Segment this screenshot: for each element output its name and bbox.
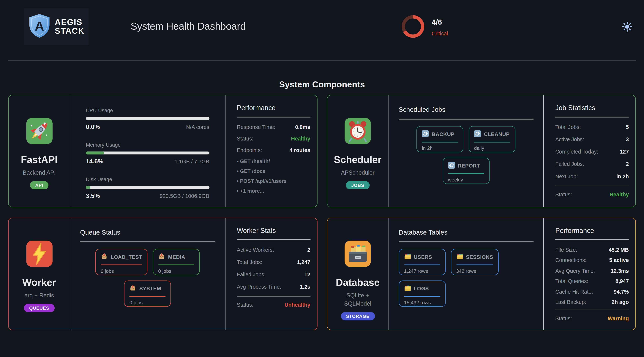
component-subtitle: arq + Redis (24, 291, 54, 300)
app-header: A AEGIS STACK System Health Dashboard 4/… (0, 0, 644, 60)
status-row: Status: Unhealthy (237, 302, 310, 308)
panel-row: Total Queries: 8,947 (555, 278, 629, 284)
section-heading: Database Tables (398, 229, 534, 236)
header-divider (8, 60, 636, 60)
component-card-fastapi: FastAPI Backend API API CPU Usage 0.0% N… (8, 95, 317, 208)
cpu-progressbar (86, 117, 209, 120)
fastapi-usage-section: CPU Usage 0.0% N/A cores Memory Usage (70, 95, 225, 208)
table-rows-count: 342 rows (456, 268, 493, 274)
queue-tile-system: SYSTEM 0 jobs (124, 280, 171, 306)
panel-row: Response Time: 0.0ms (237, 124, 310, 130)
sync-icon (474, 130, 481, 139)
usage-detail: 920.5GB / 1006.9GB (160, 193, 209, 199)
endpoint-list: • GET /health/ • GET /docs • POST /api/v… (237, 158, 310, 194)
queue-status-section: Queue Status (70, 218, 225, 330)
component-subtitle: Backend API (23, 168, 56, 177)
component-badge: QUEUES (24, 304, 54, 312)
worker-stats-panel: Worker Stats Active Workers: 2 Total Job… (225, 218, 317, 330)
component-name: Worker (22, 277, 56, 288)
job-name: REPORT (458, 163, 480, 169)
component-card-database: Database SQLite + SQLModel STORAGE Datab… (327, 218, 636, 330)
queue-tile-media: MEDIA 0 jobs (153, 249, 200, 275)
alarm-clock-icon (344, 118, 371, 144)
table-name: SESSIONS (466, 254, 493, 260)
page-title: System Health Dashboard (131, 20, 246, 32)
usage-value: 14.6% (86, 158, 104, 164)
queue-name: SYSTEM (140, 286, 161, 292)
health-donut-chart (402, 15, 424, 38)
job-schedule: daily (474, 145, 510, 151)
table-tile-logs: LOGS 15,432 rows (398, 280, 445, 306)
lightning-icon (26, 241, 52, 267)
rocket-icon (26, 118, 52, 144)
disk-usage: Disk Usage 3.5% 920.5GB / 1006.9GB (86, 177, 209, 199)
usage-detail: N/A cores (186, 124, 209, 130)
panel-row: Last Backup: 2h ago (555, 299, 629, 305)
usage-detail: 1.1GB / 7.7GB (174, 158, 209, 165)
job-schedule: weekly (448, 177, 484, 183)
shield-logo-icon: A (28, 13, 51, 40)
queue-jobs-count: 0 jobs (130, 300, 166, 306)
panel-title: Job Statistics (555, 104, 629, 112)
panel-title: Performance (237, 104, 310, 112)
sync-icon (422, 130, 429, 139)
panel-row: Connections: 5 active (555, 257, 629, 263)
inbox-icon (130, 284, 136, 293)
section-heading: Scheduled Jobs (398, 106, 534, 114)
inbox-icon (101, 253, 108, 262)
disk-progressbar (86, 186, 209, 189)
health-summary: 4/6 Critical (402, 15, 448, 38)
table-rows-count: 15,432 rows (404, 300, 440, 306)
table-tile-sessions: SESSIONS 342 rows (451, 249, 498, 275)
panel-row: Active Workers: 2 (237, 247, 310, 253)
job-tile-cleanup: CLEANUP daily (469, 126, 516, 152)
status-badge: Warning (608, 316, 629, 322)
section-heading: Queue Status (80, 229, 215, 236)
panel-row: Next Job: in 2h (555, 173, 629, 179)
job-tile-backup: BACKUP in 2h (416, 126, 463, 152)
scheduler-identity: Scheduler APScheduler JOBS (327, 95, 389, 207)
usage-label: Disk Usage (86, 177, 209, 182)
table-rows-count: 1,247 rows (404, 268, 440, 274)
queue-name: MEDIA (168, 254, 185, 260)
status-badge: Unhealthy (284, 302, 310, 308)
dashboard-page: A AEGIS STACK System Health Dashboard 4/… (0, 0, 644, 357)
panel-row: Avg Query Time: 12.3ms (555, 268, 629, 274)
endpoint-item: • POST /api/v1/users (237, 178, 310, 184)
component-name: Scheduler (334, 154, 382, 166)
job-name: CLEANUP (484, 131, 510, 137)
database-tables-section: Database Tables (389, 218, 544, 330)
memory-usage: Memory Usage 14.6% 1.1GB / 7.7GB (86, 142, 209, 165)
memory-progressbar (86, 152, 209, 154)
panel-row: Avg Process Time: 1.2s (237, 284, 310, 290)
fastapi-performance-panel: Performance Response Time: 0.0ms Status:… (225, 95, 317, 208)
component-card-scheduler: Scheduler APScheduler JOBS Scheduled Job… (327, 95, 636, 208)
theme-toggle-button[interactable] (622, 22, 632, 32)
panel-row: Total Jobs: 1,247 (237, 259, 310, 265)
panel-row: Endpoints: 4 routes (237, 147, 310, 153)
app-logo: A AEGIS STACK (24, 8, 89, 45)
panel-title: Worker Stats (237, 227, 310, 234)
usage-value: 0.0% (86, 123, 100, 130)
job-schedule: in 2h (422, 145, 458, 151)
usage-label: CPU Usage (86, 108, 209, 113)
table-tile-users: USERS 1,247 rows (398, 249, 445, 275)
usage-label: Memory Usage (86, 142, 209, 148)
component-badge: JOBS (346, 181, 370, 189)
component-subtitle: SQLite + SQLModel (335, 291, 381, 308)
table-name: LOGS (414, 286, 429, 292)
component-name: Database (336, 277, 380, 288)
card-index-icon (404, 284, 411, 293)
panel-row: File Size: 45.2 MB (555, 247, 629, 253)
queue-tile-load-test: LOAD_TEST 0 jobs (96, 249, 148, 275)
database-identity: Database SQLite + SQLModel STORAGE (327, 218, 389, 330)
component-badge: STORAGE (341, 312, 375, 320)
health-status-label: Critical (432, 30, 448, 36)
component-badge: API (30, 181, 48, 189)
table-name: USERS (414, 254, 432, 260)
panel-title: Performance (555, 227, 629, 234)
job-statistics-panel: Job Statistics Total Jobs: 5 Active Jobs… (544, 95, 636, 207)
status-row: Status: Warning (555, 316, 629, 322)
panel-row: Cache Hit Rate: 94.7% (555, 288, 629, 294)
health-ratio: 4/6 (432, 18, 448, 27)
